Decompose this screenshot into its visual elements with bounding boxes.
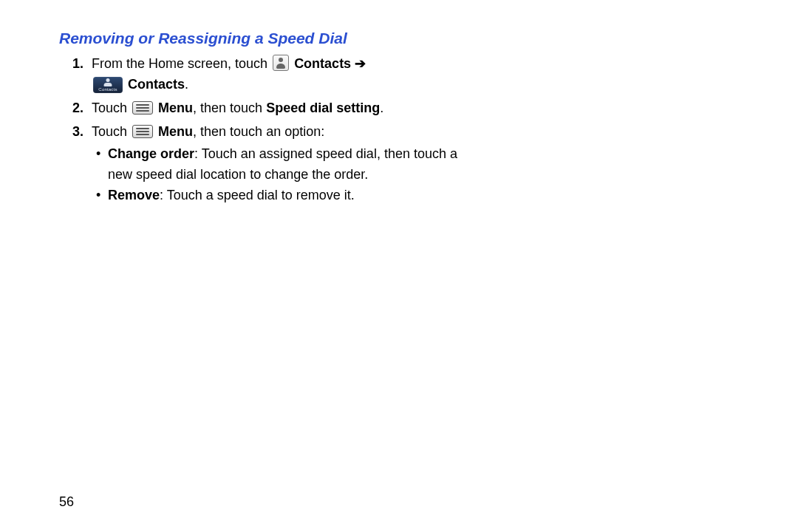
step-3-number: 3. xyxy=(72,121,83,142)
step-3-options: Change order: Touch an assigned speed di… xyxy=(92,143,464,205)
contacts-icon xyxy=(273,55,289,71)
option-change-order-label: Change order xyxy=(108,146,194,161)
step-2-menu: Menu xyxy=(158,100,193,115)
option-change-order: Change order: Touch an assigned speed di… xyxy=(96,143,464,185)
option-remove-label: Remove xyxy=(108,188,160,202)
step-3-text-b: , then touch an option: xyxy=(193,124,324,139)
section-heading: Removing or Reassigning a Speed Dial xyxy=(59,30,754,47)
step-2: 2. Touch Menu, then touch Speed dial set… xyxy=(72,98,464,118)
step-1-number: 1. xyxy=(72,53,83,74)
steps-list: 1. From the Home screen, touch Contacts … xyxy=(59,53,464,205)
step-1-text-a: From the Home screen, touch xyxy=(92,56,271,71)
step-2-text-a: Touch xyxy=(92,100,131,115)
step-1-arrow: ➔ xyxy=(355,56,366,71)
step-2-speed: Speed dial setting xyxy=(266,100,380,115)
step-1-contacts-2: Contacts xyxy=(128,77,185,92)
step-1: 1. From the Home screen, touch Contacts … xyxy=(72,53,464,95)
option-remove-text: : Touch a speed dial to remove it. xyxy=(160,188,355,202)
step-2-text-b: , then touch xyxy=(193,100,266,115)
step-1-end: . xyxy=(185,77,188,92)
manual-page: Removing or Reassigning a Speed Dial 1. … xyxy=(0,0,798,532)
step-3: 3. Touch Menu, then touch an option: Cha… xyxy=(72,121,464,205)
option-remove: Remove: Touch a speed dial to remove it. xyxy=(96,185,464,205)
contacts-app-icon: Contacts xyxy=(93,77,123,93)
step-3-text-a: Touch xyxy=(92,124,131,139)
menu-icon xyxy=(132,125,153,138)
step-3-menu: Menu xyxy=(158,124,193,139)
page-number: 56 xyxy=(59,494,74,510)
step-1-contacts-1: Contacts xyxy=(294,56,351,71)
step-2-number: 2. xyxy=(72,98,83,118)
menu-icon xyxy=(132,101,153,115)
step-2-end: . xyxy=(380,100,383,115)
